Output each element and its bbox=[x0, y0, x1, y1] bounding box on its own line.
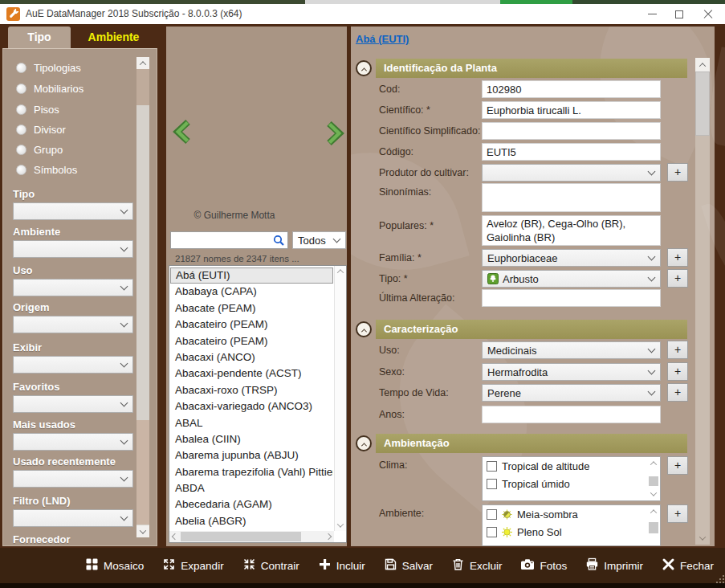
list-item[interactable]: Abacateiro (PEAM) bbox=[170, 316, 333, 333]
scrollbar-thumb[interactable] bbox=[136, 69, 149, 105]
maximize-button[interactable] bbox=[669, 4, 690, 24]
list-item[interactable]: Ababaya (CAPA) bbox=[170, 284, 333, 300]
search-icon[interactable] bbox=[273, 235, 285, 250]
radio-mobiliarios[interactable]: Mobiliarios bbox=[16, 81, 83, 96]
list-item[interactable]: Abacaxi (ANCO) bbox=[170, 349, 333, 365]
close-button[interactable] bbox=[698, 4, 719, 24]
checkbox-icon[interactable] bbox=[487, 479, 497, 489]
codigo-field[interactable] bbox=[482, 143, 661, 161]
tipo-select[interactable]: Arbusto bbox=[482, 270, 661, 288]
add-tipo-button[interactable]: + bbox=[667, 269, 688, 288]
scroll-left-icon[interactable] bbox=[169, 531, 181, 542]
list-item[interactable]: Abecedaria (AGAM) bbox=[170, 496, 333, 512]
tab-ambiente[interactable]: Ambiente bbox=[71, 27, 157, 48]
filter-select-origem[interactable] bbox=[13, 316, 133, 333]
scroll-up-icon[interactable] bbox=[648, 506, 659, 517]
list-item[interactable]: Abá (EUTI) bbox=[170, 267, 333, 284]
list-item[interactable]: Abacateiro (PEAM) bbox=[170, 333, 333, 349]
filter-select-mais-usados[interactable] bbox=[13, 433, 133, 451]
checkbox-icon[interactable] bbox=[487, 527, 497, 537]
scroll-up-icon[interactable] bbox=[695, 58, 710, 71]
add-familia-button[interactable]: + bbox=[667, 248, 688, 267]
add-ambiente-button[interactable]: + bbox=[667, 504, 688, 523]
contrair-button[interactable]: Contrair bbox=[242, 557, 299, 574]
add-produtor-button[interactable]: + bbox=[667, 163, 688, 182]
fotos-button[interactable]: Fotos bbox=[520, 557, 567, 574]
add-sexo-button[interactable]: + bbox=[667, 362, 688, 381]
filter-select-tipo[interactable] bbox=[13, 202, 133, 220]
excluir-button[interactable]: Excluir bbox=[451, 557, 503, 574]
clima-option[interactable]: Tropical de altitude bbox=[483, 457, 660, 475]
expandir-button[interactable]: Expandir bbox=[162, 557, 223, 574]
incluir-button[interactable]: Incluir bbox=[318, 557, 365, 574]
collapse-section-button[interactable] bbox=[356, 321, 372, 337]
list-horizontal-scrollbar[interactable] bbox=[169, 531, 334, 542]
filter-select-uso[interactable] bbox=[13, 279, 133, 296]
scroll-down-icon[interactable] bbox=[136, 525, 149, 537]
filter-select-exibir[interactable] bbox=[13, 356, 133, 374]
sidebar-scrollbar[interactable] bbox=[136, 57, 149, 537]
record-link[interactable]: Abá (EUTI) bbox=[356, 33, 409, 45]
list-item[interactable]: ABAL bbox=[170, 415, 333, 431]
ambiente-scrollbar[interactable] bbox=[648, 506, 659, 545]
ultima-alteracao-field[interactable] bbox=[482, 289, 661, 307]
add-uso-button[interactable]: + bbox=[667, 341, 688, 359]
radio-tipologias[interactable]: Tipologias bbox=[16, 60, 81, 75]
scroll-up-icon[interactable] bbox=[648, 458, 659, 469]
checkbox-icon[interactable] bbox=[487, 509, 497, 520]
filter-select-ambiente[interactable] bbox=[13, 240, 133, 258]
minimize-button[interactable] bbox=[642, 4, 662, 24]
cod-field[interactable] bbox=[482, 80, 661, 98]
scroll-down-icon[interactable] bbox=[648, 488, 659, 500]
list-item[interactable]: Abacaxi-variegado (ANCO3) bbox=[170, 398, 333, 414]
list-item[interactable]: Abalea (CIIN) bbox=[170, 431, 333, 447]
mosaico-button[interactable]: Mosaico bbox=[85, 557, 144, 574]
list-item[interactable]: Abacate (PEAM) bbox=[170, 300, 333, 316]
checkbox-icon[interactable] bbox=[487, 461, 497, 472]
populares-field[interactable]: Aveloz (BR), Cega-Olho (BR), Gaiolinha (… bbox=[482, 215, 661, 246]
imprimir-button[interactable]: Imprimir bbox=[585, 557, 643, 574]
tempo-de-vida-select[interactable]: Perene bbox=[482, 384, 661, 402]
list-item[interactable]: Abarema jupunba (ABJU) bbox=[170, 447, 333, 463]
radio-pisos[interactable]: Pisos bbox=[16, 102, 59, 116]
scroll-down-icon[interactable] bbox=[335, 520, 346, 531]
scroll-up-icon[interactable] bbox=[136, 57, 149, 69]
resize-grip[interactable] bbox=[715, 573, 724, 583]
search-input[interactable] bbox=[173, 233, 271, 247]
cientifico-field[interactable] bbox=[482, 101, 661, 119]
salvar-button[interactable]: Salvar bbox=[384, 557, 433, 574]
list-item[interactable]: Abarema trapezifolia (Vahl) Pittier. (AB bbox=[170, 464, 333, 480]
filter-select-filtro-lnd[interactable] bbox=[13, 509, 133, 527]
cientifico-simplificado-field[interactable] bbox=[482, 122, 661, 140]
ambiente-option[interactable]: Pleno Sol bbox=[483, 523, 660, 541]
sexo-select[interactable]: Hermafrodita bbox=[482, 363, 661, 381]
ambiente-option[interactable]: Meia-sombra bbox=[483, 505, 660, 523]
produtor-select[interactable] bbox=[482, 164, 661, 182]
filter-select-favoritos[interactable] bbox=[13, 395, 133, 413]
scrollbar-thumb[interactable] bbox=[181, 532, 301, 541]
add-clima-button[interactable]: + bbox=[667, 456, 688, 475]
scrollbar-thumb[interactable] bbox=[649, 476, 658, 486]
scrollbar-thumb-lower[interactable] bbox=[136, 420, 149, 525]
list-item[interactable]: ABDA bbox=[170, 480, 333, 496]
list-item[interactable]: Abacaxi-pendente (ACST) bbox=[170, 365, 333, 382]
detail-scrollbar[interactable] bbox=[695, 58, 710, 545]
clima-scrollbar[interactable] bbox=[648, 458, 659, 500]
add-tempo-de-vida-button[interactable]: + bbox=[667, 383, 688, 402]
scope-select[interactable]: Todos bbox=[292, 231, 346, 249]
collapse-section-button[interactable] bbox=[356, 435, 372, 451]
fechar-button[interactable]: Fechar bbox=[662, 557, 714, 574]
scrollbar-thumb[interactable] bbox=[695, 71, 710, 136]
scroll-right-icon[interactable] bbox=[323, 531, 334, 542]
list-item[interactable]: Abelia (ABGR) bbox=[170, 513, 333, 529]
list-vertical-scrollbar[interactable] bbox=[334, 266, 346, 531]
clima-option[interactable]: Tropical úmido bbox=[483, 475, 660, 492]
collapse-section-button[interactable] bbox=[356, 60, 372, 76]
familia-select[interactable]: Euphorbiaceae bbox=[482, 249, 661, 267]
list-item[interactable]: Abacaxi-roxo (TRSP) bbox=[170, 382, 333, 398]
uso-select[interactable]: Medicinais bbox=[482, 341, 661, 359]
sinonimias-field[interactable] bbox=[482, 183, 661, 212]
anos-field[interactable] bbox=[482, 406, 661, 423]
scrollbar-thumb[interactable] bbox=[649, 522, 658, 533]
radio-divisor[interactable]: Divisor bbox=[16, 122, 66, 137]
